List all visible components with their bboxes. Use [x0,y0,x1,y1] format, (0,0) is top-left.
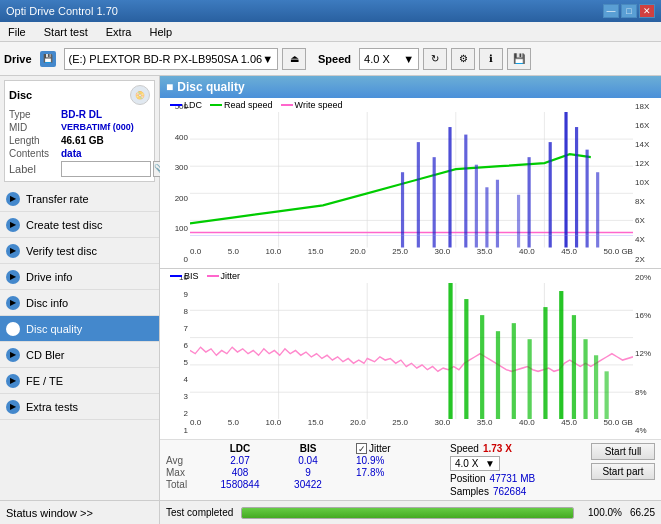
svg-rect-46 [583,339,587,419]
disc-quality-icon: ▶ [6,322,20,336]
menu-file[interactable]: File [4,24,30,40]
disc-contents-value: data [61,148,82,159]
status-window-button[interactable]: Status window >> [0,500,159,524]
svg-rect-19 [485,187,488,247]
disc-contents-row: Contents data [9,148,150,159]
cd-bler-icon: ▶ [6,348,20,362]
svg-rect-27 [596,172,599,247]
title-bar: Opti Drive Control 1.70 — □ ✕ [0,0,661,22]
sidebar-item-extra-tests[interactable]: ▶ Extra tests [0,394,159,420]
disc-mid-row: MID VERBATIMf (000) [9,122,150,133]
menu-help[interactable]: Help [145,24,176,40]
stats-avg-row: Avg 2.07 0.04 [166,455,346,466]
svg-rect-20 [496,180,499,248]
jitter-checkbox[interactable]: ✓ [356,443,367,454]
avg-bis: 0.04 [278,455,338,466]
svg-rect-43 [543,307,547,419]
sidebar-item-disc-info[interactable]: ▶ Disc info [0,290,159,316]
svg-rect-42 [528,339,532,419]
svg-rect-22 [528,157,531,247]
chart2-legend: BIS Jitter [170,271,240,281]
disc-label-input[interactable] [61,161,151,177]
avg-ldc: 2.07 [210,455,270,466]
content-area: ■ Disc quality LDC Read speed [160,76,661,524]
refresh-button[interactable]: ↻ [423,48,447,70]
speed-select-row: 4.0 X ▼ [450,456,535,471]
chart2-x-axis: 0.05.010.015.020.025.030.035.040.045.050… [190,418,633,427]
svg-rect-37 [448,283,452,420]
svg-rect-13 [401,172,404,247]
window-controls: — □ ✕ [603,4,655,18]
drive-info-icon: ▶ [6,270,20,284]
sidebar-item-create-test-disc[interactable]: ▶ Create test disc [0,212,159,238]
settings-button[interactable]: ⚙ [451,48,475,70]
stats-total-row: Total 1580844 30422 [166,479,346,490]
save-button[interactable]: 💾 [507,48,531,70]
start-full-button[interactable]: Start full [591,443,655,460]
speed-row: Speed 1.73 X [450,443,535,454]
menu-extra[interactable]: Extra [102,24,136,40]
drive-select[interactable]: (E:) PLEXTOR BD-R PX-LB950SA 1.06 ▼ [64,48,279,70]
sidebar-item-transfer-rate[interactable]: ▶ Transfer rate [0,186,159,212]
progress-fill [242,508,573,518]
disc-type-row: Type BD-R DL [9,109,150,120]
chart1-x-axis: 0.05.010.015.020.025.030.035.040.045.050… [190,247,633,256]
speed-unit-select[interactable]: 4.0 X ▼ [450,456,500,471]
sidebar-item-drive-info[interactable]: ▶ Drive info [0,264,159,290]
svg-rect-48 [605,371,609,419]
chart1-y-right: 18X16X14X12X10X8X6X4X2X [633,98,661,268]
svg-rect-15 [433,157,436,247]
main-area: Disc 📀 Type BD-R DL MID VERBATIMf (000) … [0,76,661,524]
chart2-inner [190,283,633,420]
svg-rect-25 [575,127,578,247]
chart1-svg [190,112,633,248]
avg-jitter: 10.9% [356,455,436,466]
position-row: Position 47731 MB [450,473,535,484]
close-button[interactable]: ✕ [639,4,655,18]
disc-section-title: Disc [9,89,32,101]
action-buttons: Start full Start part [591,443,655,497]
maximize-button[interactable]: □ [621,4,637,18]
samples-value: 762684 [493,486,526,497]
bis-header: BIS [278,443,338,454]
chart2-y-right: 20%16%12%8%4% [633,269,661,440]
speed-select[interactable]: 4.0 X ▼ [359,48,419,70]
samples-row: Samples 762684 [450,486,535,497]
chart1-inner [190,112,633,248]
jitter-header: ✓ Jitter [356,443,436,454]
chart1-y-left: 5004003002001000 [160,98,190,268]
sidebar-item-disc-quality[interactable]: ▶ Disc quality [0,316,159,342]
start-part-button[interactable]: Start part [591,463,655,480]
extra-tests-icon: ▶ [6,400,20,414]
speed-value: 1.73 X [483,443,512,454]
disc-icon: 📀 [130,85,150,105]
create-test-icon: ▶ [6,218,20,232]
sidebar-item-verify-test-disc[interactable]: ▶ Verify test disc [0,238,159,264]
minimize-button[interactable]: — [603,4,619,18]
drive-select-value: (E:) PLEXTOR BD-R PX-LB950SA 1.06 [69,53,263,65]
svg-rect-39 [480,315,484,419]
svg-rect-16 [448,127,451,247]
sidebar-item-fe-te[interactable]: ▶ FE / TE [0,368,159,394]
toolbar: Drive 💾 (E:) PLEXTOR BD-R PX-LB950SA 1.0… [0,42,661,76]
legend-ldc: LDC [170,100,202,110]
eject-button[interactable]: ⏏ [282,48,306,70]
chart-header: ■ Disc quality [160,76,661,98]
status-text: Test completed [166,507,233,518]
stats-max-row: Max 408 9 [166,467,346,478]
legend-bis: BIS [170,271,199,281]
menu-start-test[interactable]: Start test [40,24,92,40]
progress-bar [241,507,574,519]
svg-rect-41 [512,323,516,419]
progress-percent: 100.0% [582,507,622,518]
charts-area: LDC Read speed Write speed 5004003002001… [160,98,661,439]
sidebar-item-cd-bler[interactable]: ▶ CD Bler [0,342,159,368]
status-time: 66.25 [630,507,655,518]
info-button[interactable]: ℹ [479,48,503,70]
total-bis: 30422 [278,479,338,490]
svg-rect-24 [564,112,567,248]
svg-rect-28 [190,283,633,420]
stats-panel: LDC BIS Avg 2.07 0.04 Max 408 9 Total 15… [160,439,661,500]
disc-label-row: Label 📎 [9,161,150,177]
disc-section: Disc 📀 Type BD-R DL MID VERBATIMf (000) … [4,80,155,182]
